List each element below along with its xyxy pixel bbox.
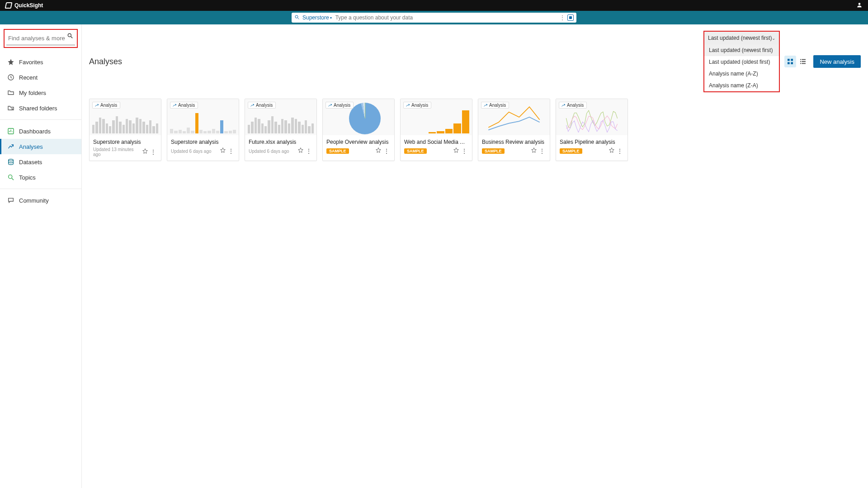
analysis-tag: Analysis xyxy=(92,102,120,109)
folder-share-icon xyxy=(7,104,14,112)
favorite-star-icon[interactable] xyxy=(297,147,304,155)
card-thumbnail: Analysis xyxy=(245,99,316,135)
nav-favorites[interactable]: Favorites xyxy=(0,54,81,70)
brand-name: QuickSight xyxy=(14,2,43,9)
list-view-button[interactable] xyxy=(797,56,809,67)
card-title: Superstore analysis xyxy=(93,139,157,145)
card-updated: Updated 6 days ago xyxy=(171,149,212,154)
analysis-card[interactable]: AnalysisSuperstore analysisUpdated 6 day… xyxy=(167,99,239,161)
main-header: Analyses Last updated (newest first) ⌄ L… xyxy=(89,24,868,99)
sort-option[interactable]: Last updated (newest first) xyxy=(704,44,779,56)
sample-badge: SAMPLE xyxy=(560,148,582,154)
card-title: People Overview analysis xyxy=(326,139,391,145)
svg-point-1 xyxy=(295,15,298,18)
main: Analyses Last updated (newest first) ⌄ L… xyxy=(82,24,868,488)
svg-point-7 xyxy=(9,159,14,161)
sort-dropdown: Last updated (newest first) Last updated… xyxy=(704,44,779,91)
sort-selected-label: Last updated (newest first) xyxy=(708,35,772,41)
card-menu-icon[interactable]: ⋮ xyxy=(616,148,624,154)
svg-rect-18 xyxy=(800,63,801,64)
favorite-star-icon[interactable] xyxy=(142,148,148,156)
chevron-down-icon: ⌄ xyxy=(772,36,775,41)
sort-option[interactable]: Last updated (oldest first) xyxy=(704,56,779,68)
svg-rect-10 xyxy=(788,59,790,61)
chat-icon xyxy=(7,197,14,204)
card-thumbnail: Analysis xyxy=(478,99,550,135)
analysis-tag: Analysis xyxy=(403,102,431,109)
more-icon[interactable]: ⋮ xyxy=(560,14,565,21)
nav-shared-folders[interactable]: Shared folders xyxy=(0,100,81,116)
card-menu-icon[interactable]: ⋮ xyxy=(382,148,391,154)
analysis-card[interactable]: AnalysisBusiness Review analysisSAMPLE⋮ xyxy=(478,99,550,161)
grid-view-button[interactable] xyxy=(784,56,796,67)
card-title: Business Review analysis xyxy=(482,139,546,145)
svg-line-9 xyxy=(12,178,14,180)
nav-analyses[interactable]: Analyses xyxy=(0,139,81,154)
favorite-star-icon[interactable] xyxy=(375,147,382,155)
sort-highlight: Last updated (newest first) ⌄ Last updat… xyxy=(703,31,780,92)
nav-topics[interactable]: Topics xyxy=(0,170,81,185)
card-thumbnail: Analysis xyxy=(90,99,161,135)
card-updated: Updated 6 days ago xyxy=(249,149,289,154)
analysis-tag: Analysis xyxy=(170,102,198,109)
user-menu-icon[interactable] xyxy=(856,2,863,9)
clock-icon xyxy=(7,74,14,81)
nav-group-1: Favorites Recent My folders Shared folde… xyxy=(0,52,81,118)
nav-recent[interactable]: Recent xyxy=(0,70,81,85)
nav-datasets[interactable]: Datasets xyxy=(0,154,81,170)
brand[interactable]: QuickSight xyxy=(5,2,43,9)
nav-my-folders[interactable]: My folders xyxy=(0,85,81,100)
analysis-tag: Analysis xyxy=(248,102,276,109)
svg-rect-16 xyxy=(800,61,801,62)
sidebar-search-input[interactable] xyxy=(7,34,85,42)
analysis-card[interactable]: AnalysisWeb and Social Media Anal…SAMPLE… xyxy=(400,99,472,161)
card-menu-icon[interactable]: ⋮ xyxy=(305,148,313,154)
search-icon[interactable] xyxy=(67,33,73,41)
ask-data-box[interactable]: Superstore ▾ ⋮ xyxy=(292,13,576,23)
card-menu-icon[interactable]: ⋮ xyxy=(149,149,157,155)
favorite-star-icon[interactable] xyxy=(609,147,615,155)
card-thumbnail: Analysis xyxy=(556,99,627,135)
card-menu-icon[interactable]: ⋮ xyxy=(538,148,546,154)
topic-icon xyxy=(7,174,14,181)
svg-point-3 xyxy=(68,33,71,37)
star-icon xyxy=(7,58,14,66)
card-grid: AnalysisSuperstore analysisUpdated 13 mi… xyxy=(89,99,868,161)
header-controls: Last updated (newest first) ⌄ Last updat… xyxy=(703,31,861,92)
sample-badge: SAMPLE xyxy=(482,148,505,154)
favorite-star-icon[interactable] xyxy=(531,147,537,155)
card-title: Sales Pipeline analysis xyxy=(560,139,624,145)
ask-input[interactable] xyxy=(335,14,557,21)
analysis-card[interactable]: AnalysisSales Pipeline analysisSAMPLE⋮ xyxy=(556,99,628,161)
analysis-tag: Analysis xyxy=(326,102,354,109)
nav-dashboards[interactable]: Dashboards xyxy=(0,123,81,139)
analysis-card[interactable]: AnalysisPeople Overview analysisSAMPLE⋮ xyxy=(322,99,395,161)
dataset-icon xyxy=(7,158,14,166)
ask-bar: Superstore ▾ ⋮ xyxy=(0,11,868,24)
ask-topic[interactable]: Superstore ▾ xyxy=(302,14,332,21)
dashboard-icon xyxy=(7,128,14,135)
svg-rect-13 xyxy=(791,62,793,64)
pin-icon[interactable] xyxy=(567,14,574,21)
sidebar: Favorites Recent My folders Shared folde… xyxy=(0,24,82,488)
topbar: QuickSight xyxy=(0,0,868,11)
card-title: Future.xlsx analysis xyxy=(249,139,313,145)
sort-option[interactable]: Analysis name (Z-A) xyxy=(704,80,779,91)
nav-community[interactable]: Community xyxy=(0,193,81,208)
card-menu-icon[interactable]: ⋮ xyxy=(460,148,468,154)
svg-rect-12 xyxy=(788,62,790,64)
svg-point-8 xyxy=(9,175,12,179)
nav-group-2: Dashboards Analyses Datasets Topics xyxy=(0,122,81,187)
new-analysis-button[interactable]: New analysis xyxy=(813,55,861,68)
analysis-card[interactable]: AnalysisFuture.xlsx analysisUpdated 6 da… xyxy=(245,99,317,161)
analysis-tag: Analysis xyxy=(559,102,587,109)
analysis-card[interactable]: AnalysisSuperstore analysisUpdated 13 mi… xyxy=(89,99,161,161)
search-icon xyxy=(294,14,300,21)
quicksight-logo-icon xyxy=(5,2,13,9)
card-thumbnail: Analysis xyxy=(323,99,394,135)
favorite-star-icon[interactable] xyxy=(220,147,226,155)
sort-select[interactable]: Last updated (newest first) ⌄ xyxy=(704,32,779,44)
favorite-star-icon[interactable] xyxy=(453,147,459,155)
card-menu-icon[interactable]: ⋮ xyxy=(227,148,235,154)
sort-option[interactable]: Analysis name (A-Z) xyxy=(704,68,779,80)
